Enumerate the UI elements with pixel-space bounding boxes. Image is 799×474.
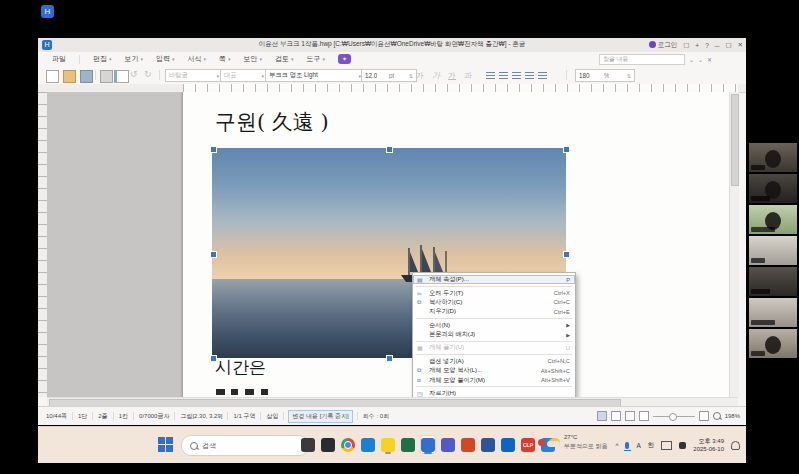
context-menu-item[interactable]: ⧈개체 모양 붙이기(M)Alt+Shift+V [413,375,575,384]
context-menu-item[interactable]: ✂오려 두기(T)Ctrl+X [413,288,575,297]
taskbar-app-edge[interactable] [360,435,376,454]
login-button[interactable]: 로그인 [649,41,678,50]
font-combo[interactable]: 부크크 명조 Light▾ [265,69,365,82]
participant-video-2[interactable] [749,174,797,203]
italic-button[interactable]: 가 [432,70,440,81]
undo-icon[interactable]: ↺ [130,69,138,79]
taskbar-weather[interactable]: 27°C 부분적으로 맑음 [538,433,608,451]
taskbar-app-browser-blue[interactable] [500,435,516,454]
status-zoom-value[interactable]: 198% [725,413,740,419]
ime-letter[interactable]: A [636,442,640,449]
zoom-slider[interactable] [653,416,695,417]
style-combo[interactable]: 바탕글▾ [165,69,223,82]
underline-button[interactable]: 가 [448,70,456,81]
char-style-button[interactable]: 과 [464,70,472,81]
help-icon[interactable]: ? [705,42,709,49]
participant-video-5[interactable] [749,267,797,296]
bold-button[interactable]: 가 [416,70,424,81]
taskbar-app-kakaotalk[interactable] [380,435,396,454]
find-next-icon[interactable]: ⌄ [698,56,703,63]
redo-icon[interactable]: ↻ [144,69,152,79]
selection-handle[interactable] [386,355,393,362]
tray-expand-icon[interactable]: ^ [615,442,618,449]
context-menu-item[interactable]: 순서(N)▶ [413,321,575,330]
taskbar-app-powerpoint[interactable] [460,435,476,454]
minimize-button[interactable]: ─ [715,42,720,49]
view-mode-icon-4[interactable] [639,411,649,421]
font-size-combo[interactable]: 12.0pt⇅ [361,69,417,82]
context-menu-item[interactable]: 본문과의 배치(J)▶ [413,330,575,339]
participant-video-6[interactable] [749,298,797,327]
view-mode-icon-3[interactable] [625,411,635,421]
menu-서식[interactable]: 서식▾ [188,54,207,64]
menu-도구[interactable]: 도구▾ [307,54,326,64]
menu-보기[interactable]: 보기▾ [125,54,144,64]
context-menu-item[interactable]: ⧉개체 모양 복사(L)...Alt+Shift+C [413,366,575,375]
ime-korean[interactable]: 한 [648,441,655,450]
selection-handle[interactable] [386,146,393,153]
align-left-icon[interactable] [486,72,495,79]
taskbar-clock[interactable]: 오후 3:49 2025-06-10 [693,437,724,454]
document-area[interactable]: 구원( 久遠 ) [47,92,738,397]
menu-보안[interactable]: 보안▾ [244,54,263,64]
selection-handle[interactable] [563,146,570,153]
print-icon[interactable] [100,70,113,83]
find-dropdown-icon[interactable]: ⌄ [689,56,694,63]
participant-video-3[interactable] [749,205,797,234]
close-button[interactable]: ✕ [738,41,743,49]
settings-icon[interactable]: + [695,42,699,49]
zoom-slider-knob[interactable] [669,413,677,421]
zoom-fit-icon[interactable] [699,411,709,421]
taskbar-app-teams[interactable] [440,435,456,454]
align-right-icon[interactable] [512,72,521,79]
menu-편집[interactable]: 편집▾ [93,54,112,64]
microphone-icon[interactable] [625,442,629,449]
taskbar-app-clp[interactable]: CLP [520,435,536,454]
taskbar-app-notepad[interactable] [300,435,316,454]
restore-button[interactable]: ▢ [725,41,731,49]
outline-combo[interactable]: 대표▾ [220,69,268,82]
view-mode-icon-2[interactable] [611,411,621,421]
participant-video-7[interactable] [749,329,797,358]
selection-handle[interactable] [210,146,217,153]
context-menu-item[interactable]: ▤개체 속성(P)...P [413,275,575,284]
fullscreen-icon[interactable]: ▢ [683,41,689,49]
display-icon[interactable] [661,441,672,450]
taskbar-app-hwp[interactable] [420,435,436,454]
menu-검토[interactable]: 검토▾ [275,54,294,64]
taskbar-app-word[interactable] [480,435,496,454]
find-close-icon[interactable]: ✕ [707,56,712,63]
new-document-icon[interactable] [46,70,59,83]
context-menu-item[interactable]: 캡션 넣기(A)Ctrl+N,C [413,357,575,366]
participant-video-1[interactable] [749,143,797,172]
selection-handle[interactable] [563,251,570,258]
line-spacing-icon[interactable] [538,72,547,79]
open-file-icon[interactable] [63,70,76,83]
start-button[interactable] [158,437,173,452]
save-icon[interactable] [80,70,93,83]
vertical-scrollbar[interactable] [729,92,739,397]
menu-입력[interactable]: 입력▾ [156,54,175,64]
taskbar-app-photos[interactable] [320,435,336,454]
align-center-icon[interactable] [499,72,508,79]
align-justify-icon[interactable] [525,72,534,79]
assistant-icon[interactable]: ✦ [338,54,351,64]
participant-video-4[interactable] [749,236,797,265]
selection-handle[interactable] [210,355,217,362]
zoom-combo[interactable]: 180%⇅ [575,69,635,82]
find-input[interactable]: 찾을 내용 [599,54,685,65]
title-bar: H 이윤선 부크크 1작품.hwp [C:₩Users₩이윤선₩OneDrive… [38,38,746,53]
speaker-icon[interactable] [679,442,686,449]
context-menu-item[interactable]: ◳자르기(H) [413,389,575,397]
taskbar-search[interactable]: 검색 [181,435,309,456]
preview-icon[interactable] [114,70,129,83]
menu-파일[interactable]: 파일 [52,54,66,64]
selection-handle[interactable] [210,251,217,258]
context-menu-item[interactable]: 지우기(D)Ctrl+E [413,307,575,316]
notification-bell-icon[interactable] [731,441,740,450]
menu-쪽[interactable]: 쪽▾ [219,54,231,64]
taskbar-app-excel[interactable] [400,435,416,454]
context-menu-item[interactable]: ⧉복사하기(C)Ctrl+C [413,298,575,307]
taskbar-app-chrome[interactable] [340,435,356,454]
view-mode-icon-1[interactable] [597,411,607,421]
